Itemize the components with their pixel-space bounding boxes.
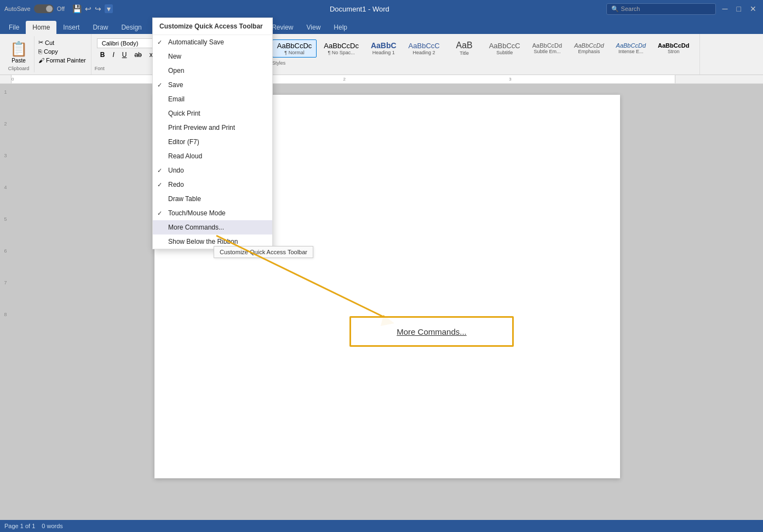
callout-box: More Commands... bbox=[349, 316, 514, 347]
style-normal-preview: AaBbCcDc bbox=[277, 42, 312, 50]
dropdown-item-email[interactable]: Email bbox=[153, 92, 272, 106]
dropdown-label-touch-mode: Touch/Mouse Mode bbox=[168, 209, 226, 217]
dropdown-item-new[interactable]: New bbox=[153, 49, 272, 64]
dropdown-label-open: Open bbox=[168, 67, 184, 75]
style-emphasis-label: Emphasis bbox=[578, 49, 600, 54]
italic-button[interactable]: I bbox=[109, 50, 117, 60]
style-title-label: Title bbox=[460, 50, 469, 56]
cut-button[interactable]: ✂ Cut bbox=[37, 38, 88, 47]
dropdown-item-print-preview[interactable]: Print Preview and Print bbox=[153, 121, 272, 135]
undo-icon[interactable]: ↩ bbox=[85, 4, 91, 13]
style-normal[interactable]: AaBbCcDc ¶ Normal bbox=[272, 39, 317, 58]
dropdown-item-read-aloud[interactable]: Read Aloud bbox=[153, 149, 272, 163]
dropdown-label-redo: Redo bbox=[168, 181, 184, 188]
margin-num-7: 7 bbox=[4, 280, 7, 285]
margin-num-5: 5 bbox=[4, 216, 7, 222]
margin-num-1: 1 bbox=[4, 89, 7, 95]
title-bar: AutoSave Off 💾 ↩ ↪ ▾ Document1 - Word 🔍 … bbox=[0, 0, 763, 18]
style-subtle-em-label: Subtle Em... bbox=[533, 49, 560, 54]
style-normal-label: ¶ Normal bbox=[284, 50, 304, 55]
style-no-spacing-label: ¶ No Spac... bbox=[328, 50, 354, 55]
doc-area[interactable] bbox=[11, 84, 763, 522]
redo-icon[interactable]: ↪ bbox=[95, 4, 101, 13]
dropdown-header: Customize Quick Access Toolbar bbox=[153, 18, 272, 35]
title-bar-right: 🔍 Search ─ □ ✕ bbox=[606, 3, 759, 15]
format-painter-button[interactable]: 🖌 Format Painter bbox=[37, 56, 88, 64]
dropdown-item-undo[interactable]: ✓ Undo bbox=[153, 163, 272, 178]
ruler-mark-3: 3 bbox=[509, 77, 511, 82]
dropdown-menu: Customize Quick Access Toolbar ✓ Automat… bbox=[152, 18, 273, 249]
ruler-mark-2: 2 bbox=[343, 77, 346, 82]
dropdown-item-redo[interactable]: ✓ Redo bbox=[153, 178, 272, 192]
copy-icon: ⎘ bbox=[38, 48, 42, 55]
check-autosave: ✓ bbox=[157, 39, 162, 46]
style-heading1[interactable]: AaBbC Heading 1 bbox=[366, 39, 401, 58]
autosave-toggle[interactable] bbox=[34, 4, 54, 13]
maximize-icon[interactable]: □ bbox=[735, 4, 743, 13]
dropdown-label-print-preview: Print Preview and Print bbox=[168, 124, 235, 131]
search-box[interactable]: 🔍 Search bbox=[606, 3, 716, 15]
autosave-state: Off bbox=[57, 5, 65, 12]
tab-view[interactable]: View bbox=[300, 21, 328, 34]
style-subtitle[interactable]: AaBbCcC Subtitle bbox=[484, 39, 525, 58]
style-heading1-label: Heading 1 bbox=[372, 50, 395, 55]
close-icon[interactable]: ✕ bbox=[748, 4, 759, 13]
style-emphasis[interactable]: AaBbCcDd Emphasis bbox=[569, 40, 609, 56]
strikethrough-button[interactable]: ab bbox=[131, 50, 145, 60]
style-heading2-preview: AaBbCcC bbox=[409, 42, 440, 50]
style-subtitle-label: Subtitle bbox=[496, 50, 513, 55]
style-intense-em[interactable]: AaBbCcDd Intense E... bbox=[611, 40, 651, 56]
ribbon-tabs: File Home Insert Draw Design Layout Refe… bbox=[0, 18, 763, 34]
format-painter-icon: 🖌 bbox=[38, 57, 44, 64]
dropdown-item-open[interactable]: Open bbox=[153, 64, 272, 78]
dropdown-label-editor: Editor (F7) bbox=[168, 138, 199, 146]
dropdown-item-autosave[interactable]: ✓ Automatically Save bbox=[153, 35, 272, 49]
title-bar-left: AutoSave Off 💾 ↩ ↪ ▾ bbox=[4, 4, 113, 13]
search-placeholder: Search bbox=[621, 5, 640, 12]
callout-text: More Commands... bbox=[397, 327, 467, 336]
tooltip: Customize Quick Access Toolbar bbox=[214, 246, 313, 258]
clipboard-label: Clipboard bbox=[8, 66, 30, 72]
style-heading2[interactable]: AaBbCcC Heading 2 bbox=[404, 39, 445, 58]
tab-file[interactable]: File bbox=[2, 21, 26, 34]
tab-home[interactable]: Home bbox=[26, 21, 56, 34]
title-bar-title: Document1 - Word bbox=[330, 5, 389, 13]
search-icon: 🔍 bbox=[611, 5, 619, 13]
paste-button[interactable]: 📋 Paste bbox=[8, 38, 30, 66]
save-icon[interactable]: 💾 bbox=[72, 4, 82, 13]
minimize-icon[interactable]: ─ bbox=[720, 4, 730, 13]
margin-num-4: 4 bbox=[4, 185, 7, 190]
check-redo: ✓ bbox=[157, 181, 162, 188]
ribbon-group-clipboard: 📋 Paste Clipboard ✂ Cut ⎘ Copy 🖌 Format … bbox=[2, 34, 91, 75]
tooltip-text: Customize Quick Access Toolbar bbox=[220, 249, 307, 255]
tab-insert[interactable]: Insert bbox=[56, 21, 86, 34]
styles-section: AaBbCcDc ¶ Normal AaBbCcDc ¶ No Spac... … bbox=[270, 36, 697, 60]
bold-button[interactable]: B bbox=[97, 50, 108, 60]
ruler-mark-0: 0 bbox=[12, 77, 14, 82]
ribbon: 📋 Paste Clipboard ✂ Cut ⎘ Copy 🖌 Format … bbox=[0, 34, 763, 75]
paste-label: Paste bbox=[12, 58, 26, 64]
dropdown-label-read-aloud: Read Aloud bbox=[168, 152, 202, 160]
customize-qat-icon[interactable]: ▾ bbox=[105, 4, 113, 13]
style-strong-label: Stron bbox=[668, 49, 680, 54]
style-subtle-em[interactable]: AaBbCcDd Subtle Em... bbox=[527, 40, 567, 56]
style-title-preview: AaB bbox=[456, 41, 473, 50]
copy-button[interactable]: ⎘ Copy bbox=[37, 48, 88, 55]
dropdown-item-draw-table[interactable]: Draw Table bbox=[153, 192, 272, 206]
dropdown-item-save[interactable]: ✓ Save bbox=[153, 78, 272, 92]
tab-help[interactable]: Help bbox=[327, 21, 354, 34]
style-no-spacing[interactable]: AaBbCcDc ¶ No Spac... bbox=[319, 39, 364, 58]
dropdown-item-quick-print[interactable]: Quick Print bbox=[153, 106, 272, 121]
style-title[interactable]: AaB Title bbox=[447, 38, 482, 58]
dropdown-item-editor[interactable]: Editor (F7) bbox=[153, 135, 272, 149]
dropdown-item-touch-mode[interactable]: ✓ Touch/Mouse Mode bbox=[153, 206, 272, 220]
tab-draw[interactable]: Draw bbox=[86, 21, 114, 34]
style-subtitle-preview: AaBbCcC bbox=[489, 42, 520, 50]
style-no-spacing-preview: AaBbCcDc bbox=[324, 42, 359, 50]
tab-design[interactable]: Design bbox=[114, 21, 148, 34]
style-strong[interactable]: AaBbCcDd Stron bbox=[653, 40, 694, 56]
underline-button[interactable]: U bbox=[119, 50, 130, 60]
dropdown-label-draw-table: Draw Table bbox=[168, 195, 201, 203]
check-touch: ✓ bbox=[157, 210, 162, 217]
dropdown-item-more-commands[interactable]: More Commands... bbox=[153, 220, 272, 234]
